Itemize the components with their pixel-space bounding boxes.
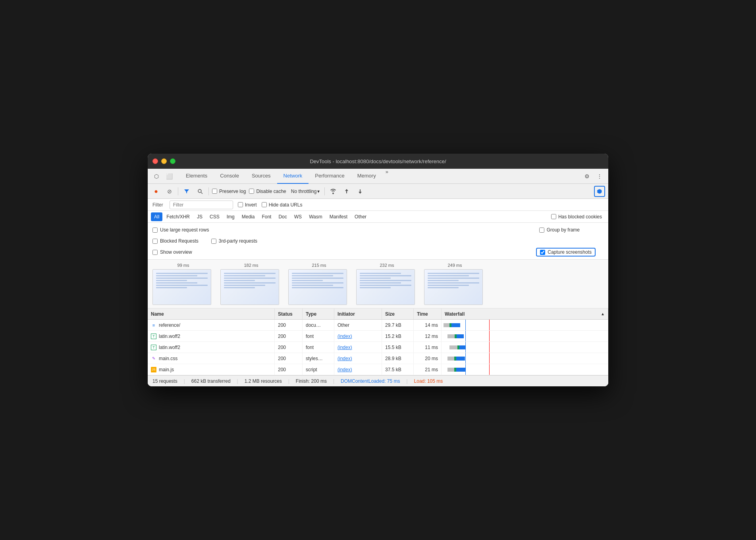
use-large-rows-checkbox[interactable]: [152, 228, 158, 233]
screenshot-thumb-1[interactable]: [220, 269, 279, 305]
tab-performance[interactable]: Performance: [309, 169, 351, 184]
filter-button[interactable]: [181, 186, 192, 197]
separator-2: [208, 187, 209, 195]
third-party-label[interactable]: 3rd-party requests: [211, 238, 257, 244]
screenshot-slot-2[interactable]: 215 ms: [288, 263, 350, 305]
third-party-checkbox[interactable]: [211, 239, 216, 244]
type-btn-wasm[interactable]: Wasm: [306, 212, 326, 221]
td-initiator-0: Other: [334, 320, 382, 330]
td-initiator-2[interactable]: (index): [334, 342, 382, 353]
type-btn-other[interactable]: Other: [351, 212, 370, 221]
tab-elements[interactable]: Elements: [179, 169, 214, 184]
filter-input[interactable]: [173, 202, 221, 208]
hide-data-urls-checkbox[interactable]: [262, 202, 267, 207]
th-size[interactable]: Size: [382, 309, 414, 319]
type-btn-doc[interactable]: Doc: [275, 212, 290, 221]
preserve-log-checkbox[interactable]: [212, 189, 217, 194]
record-button[interactable]: ●: [151, 186, 161, 197]
type-btn-fetch-xhr[interactable]: Fetch/XHR: [163, 212, 193, 221]
th-type[interactable]: Type: [303, 309, 334, 319]
minimize-button[interactable]: [161, 158, 167, 164]
td-initiator-3[interactable]: (index): [334, 353, 382, 364]
type-btn-manifest[interactable]: Manifest: [326, 212, 351, 221]
screenshot-slot-4[interactable]: 249 ms: [424, 263, 486, 305]
filter-bar: Filter Invert Hide data URLs: [148, 199, 608, 211]
invert-checkbox[interactable]: [238, 202, 243, 207]
show-overview-checkbox[interactable]: [152, 250, 158, 255]
tab-memory[interactable]: Memory: [351, 169, 382, 184]
show-overview-label[interactable]: Show overview: [152, 249, 192, 255]
th-waterfall[interactable]: Waterfall ▲: [442, 309, 608, 319]
td-initiator-4[interactable]: (index): [334, 364, 382, 375]
th-status[interactable]: Status: [275, 309, 303, 319]
td-name-1: T latin.woff2: [148, 331, 275, 341]
close-button[interactable]: [152, 158, 158, 164]
use-large-rows-label[interactable]: Use large request rows: [152, 227, 209, 233]
table-row[interactable]: JS main.js 200 script (index) 37.5 kB 21…: [148, 364, 608, 375]
th-initiator[interactable]: Initiator: [334, 309, 382, 319]
table-row[interactable]: T latin.woff2 200 font (index) 15.5 kB 1…: [148, 342, 608, 353]
table-row[interactable]: ≡ reference/ 200 docu… Other 29.7 kB 14 …: [148, 320, 608, 331]
upload-icon[interactable]: [341, 186, 352, 197]
clear-button[interactable]: ⊘: [164, 186, 175, 197]
type-btn-all[interactable]: All: [151, 212, 162, 221]
invert-checkbox-label[interactable]: Invert: [238, 202, 257, 208]
th-time[interactable]: Time: [414, 309, 442, 319]
blocked-requests-label[interactable]: Blocked Requests: [152, 238, 199, 244]
device-mode-icon[interactable]: ⬜: [164, 171, 175, 182]
group-by-frame-label[interactable]: Group by frame: [539, 227, 580, 233]
has-blocked-cookies-checkbox[interactable]: [551, 214, 556, 219]
has-blocked-cookies-label[interactable]: Has blocked cookies: [551, 214, 602, 220]
network-settings-button[interactable]: [594, 186, 605, 197]
screenshot-slot-1[interactable]: 182 ms: [220, 263, 282, 305]
disable-cache-checkbox[interactable]: [249, 189, 254, 194]
type-btn-js[interactable]: JS: [194, 212, 206, 221]
screenshot-thumb-0[interactable]: [152, 269, 211, 305]
tab-bar-actions: ⚙ ⋮: [581, 171, 605, 182]
td-initiator-1[interactable]: (index): [334, 331, 382, 341]
wifi-icon[interactable]: [328, 186, 338, 197]
td-name-0: ≡ reference/: [148, 320, 275, 330]
tab-sources[interactable]: Sources: [245, 169, 277, 184]
status-bar: 15 requests | 662 kB transferred | 1.2 M…: [148, 375, 608, 386]
td-type-3: styles…: [303, 353, 334, 364]
tab-more[interactable]: »: [382, 169, 392, 184]
td-type-2: font: [303, 342, 334, 353]
type-btn-css[interactable]: CSS: [206, 212, 223, 221]
screenshot-ts-1: 182 ms: [220, 263, 282, 268]
th-name[interactable]: Name: [148, 309, 275, 319]
load-time: Load: 105 ms: [414, 378, 443, 384]
screenshot-thumb-4[interactable]: [424, 269, 483, 305]
cursor-icon[interactable]: ⬡: [151, 171, 162, 182]
blocked-requests-checkbox[interactable]: [152, 239, 158, 244]
download-icon[interactable]: [355, 186, 365, 197]
disable-cache-label[interactable]: Disable cache: [249, 189, 286, 194]
throttle-select[interactable]: No throttling ▾: [289, 188, 322, 195]
capture-screenshots-label[interactable]: Capture screenshots: [536, 248, 596, 256]
td-size-2: 15.5 kB: [382, 342, 414, 353]
search-button[interactable]: [195, 186, 205, 197]
capture-screenshots-checkbox[interactable]: [540, 250, 545, 255]
group-by-frame-checkbox[interactable]: [539, 228, 544, 233]
screenshot-thumb-2[interactable]: [288, 269, 347, 305]
type-btn-img[interactable]: Img: [224, 212, 238, 221]
filter-input-wrap[interactable]: [170, 201, 233, 209]
font-icon-2: T: [151, 345, 156, 350]
screenshot-thumb-3[interactable]: [356, 269, 415, 305]
table-row[interactable]: T latin.woff2 200 font (index) 15.2 kB 1…: [148, 331, 608, 342]
more-action-btn[interactable]: ⋮: [594, 171, 605, 182]
screenshot-slot-0[interactable]: 99 ms: [152, 263, 214, 305]
type-btn-font[interactable]: Font: [258, 212, 274, 221]
type-btn-media[interactable]: Media: [239, 212, 258, 221]
screenshot-slot-3[interactable]: 232 ms: [356, 263, 418, 305]
table-row[interactable]: ✎ main.css 200 styles… (index) 28.9 kB 2…: [148, 353, 608, 364]
td-waterfall-4: [442, 364, 608, 375]
td-waterfall-0: [442, 320, 608, 330]
tab-console[interactable]: Console: [214, 169, 245, 184]
type-btn-ws[interactable]: WS: [291, 212, 305, 221]
preserve-log-label[interactable]: Preserve log: [212, 189, 246, 194]
maximize-button[interactable]: [170, 158, 176, 164]
settings-action-btn[interactable]: ⚙: [581, 171, 592, 182]
tab-network[interactable]: Network: [277, 169, 309, 184]
hide-data-urls-checkbox-label[interactable]: Hide data URLs: [262, 202, 303, 208]
